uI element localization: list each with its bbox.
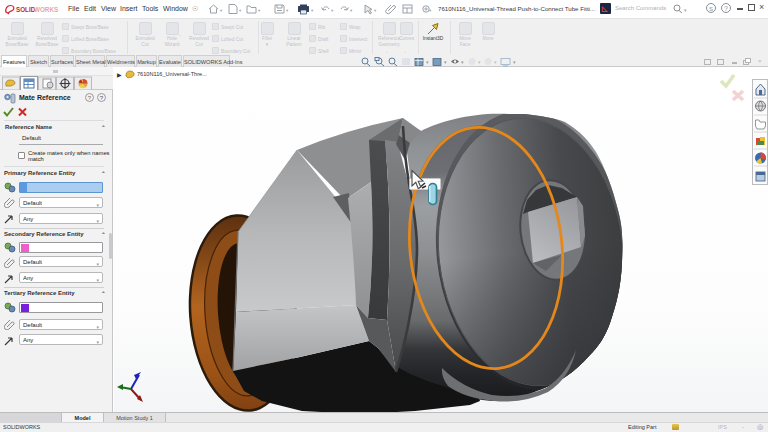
svg-text:▾: ▾ — [494, 59, 497, 65]
svg-text:▾: ▾ — [311, 8, 314, 13]
svg-text:▾: ▾ — [513, 59, 516, 65]
svg-text:▾: ▾ — [239, 8, 242, 13]
svg-text:SOLID: SOLID — [16, 6, 36, 13]
svg-text:▾: ▾ — [478, 59, 481, 65]
svg-text:▾: ▾ — [258, 8, 261, 13]
svg-text:▾: ▾ — [331, 8, 334, 13]
svg-text:▾: ▾ — [684, 7, 687, 13]
svg-text:▾: ▾ — [429, 8, 432, 13]
svg-text:▾: ▾ — [220, 8, 223, 13]
svg-text:▾: ▾ — [374, 8, 377, 13]
svg-text:▾: ▾ — [444, 59, 447, 65]
svg-text:▾: ▾ — [461, 59, 464, 65]
svg-text:▾: ▾ — [350, 8, 353, 13]
svg-text:▾: ▾ — [426, 59, 429, 65]
svg-text:▾: ▾ — [286, 8, 289, 13]
svg-text:WORKS: WORKS — [34, 6, 58, 13]
